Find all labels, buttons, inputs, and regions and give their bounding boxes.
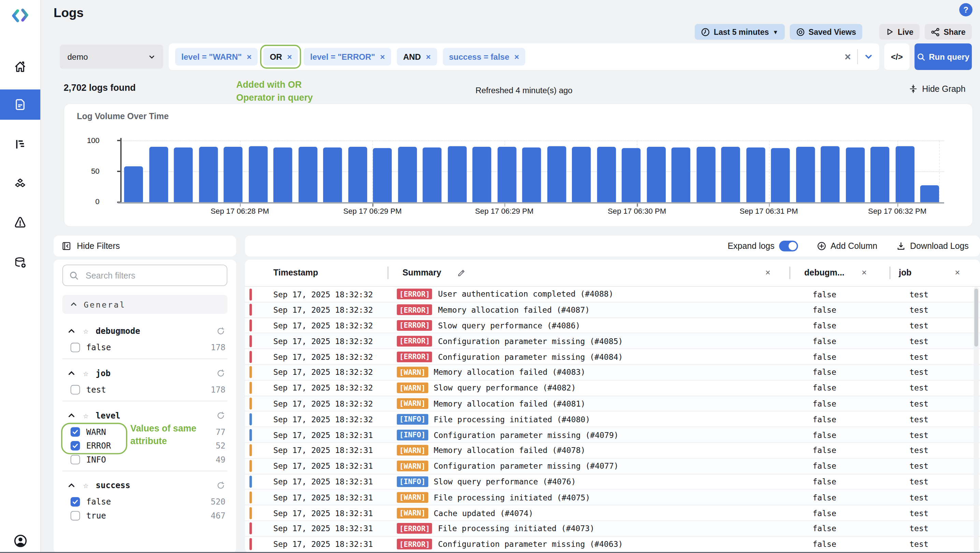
clear-query-icon[interactable]: ×	[845, 51, 851, 62]
saved-views-button[interactable]: Saved Views	[790, 24, 862, 40]
log-row-5[interactable]: Sep 17, 2025 18:32:32[WARN]Memory alloca…	[245, 365, 980, 381]
log-row-9[interactable]: Sep 17, 2025 18:32:31[INFO]Configuration…	[245, 427, 980, 443]
remove-chip-icon[interactable]: ×	[287, 52, 292, 61]
bar-10	[373, 148, 392, 202]
remove-debugmode-column-icon[interactable]: ×	[862, 267, 867, 277]
log-row-7[interactable]: Sep 17, 2025 18:32:32[WARN]Memory alloca…	[245, 396, 980, 412]
log-row-8[interactable]: Sep 17, 2025 18:32:32[INFO]File processi…	[245, 412, 980, 427]
log-row-1[interactable]: Sep 17, 2025 18:32:32[ERROR]Memory alloc…	[245, 303, 980, 318]
log-job-value: test	[888, 414, 951, 424]
filter-section-label: General	[84, 300, 126, 309]
remove-summary-column-icon[interactable]: ×	[765, 267, 770, 277]
query-chip-1[interactable]: OR×	[263, 48, 298, 65]
sidebar-item-services[interactable]	[0, 170, 40, 198]
bar-4	[223, 147, 242, 202]
refresh-icon[interactable]	[217, 481, 225, 489]
refresh-icon[interactable]	[217, 411, 225, 419]
column-header-timestamp[interactable]: Timestamp	[273, 268, 318, 277]
log-row-12[interactable]: Sep 17, 2025 18:32:31[INFO]Slow query pe…	[245, 474, 980, 490]
log-row-3[interactable]: Sep 17, 2025 18:32:32[ERROR]Configuratio…	[245, 333, 980, 349]
log-timestamp: Sep 17, 2025 18:32:32	[273, 368, 373, 377]
remove-chip-icon[interactable]: ×	[380, 52, 385, 61]
share-button[interactable]: Share	[925, 24, 972, 40]
sidebar-item-home[interactable]	[0, 53, 40, 81]
bar-16	[522, 147, 541, 202]
query-chip-4[interactable]: success = false×	[442, 48, 525, 65]
live-button[interactable]: Live	[879, 24, 920, 40]
log-level-badge: [WARN]	[397, 367, 428, 378]
log-level-badge: [WARN]	[397, 492, 428, 502]
log-row-10[interactable]: Sep 17, 2025 18:32:31[WARN]Memory alloca…	[245, 443, 980, 459]
hide-filters-button[interactable]: Hide Filters	[54, 236, 236, 257]
query-chip-0[interactable]: level = "WARN"×	[175, 48, 258, 65]
bar-17	[547, 146, 566, 202]
log-row-14[interactable]: Sep 17, 2025 18:32:31[WARN]Cache updated…	[245, 505, 980, 521]
source-select[interactable]: demo	[60, 45, 163, 69]
remove-chip-icon[interactable]: ×	[426, 52, 431, 61]
remove-chip-icon[interactable]: ×	[247, 52, 251, 61]
checkbox-INFO[interactable]	[71, 455, 80, 464]
collapse-caret-icon[interactable]	[68, 369, 76, 377]
add-column-button[interactable]: Add Column	[816, 241, 877, 251]
bar-24	[721, 147, 740, 202]
collapse-caret-icon[interactable]	[68, 481, 76, 489]
star-icon[interactable]: ☆	[83, 368, 89, 378]
collapse-caret-icon[interactable]	[68, 411, 76, 419]
hide-graph-button[interactable]: Hide Graph	[908, 84, 966, 94]
table-scrollbar-thumb[interactable]	[974, 288, 978, 346]
log-row-16[interactable]: Sep 17, 2025 18:32:31[ERROR]Configuratio…	[245, 537, 980, 552]
log-job-value: test	[888, 305, 951, 315]
bar-20	[622, 148, 641, 202]
collapse-caret-icon[interactable]	[68, 327, 76, 335]
checkbox-ERROR[interactable]	[71, 441, 80, 450]
checkbox-false[interactable]	[71, 343, 80, 352]
sidebar-item-traces[interactable]	[0, 131, 40, 158]
run-query-button[interactable]: Run query	[915, 43, 972, 70]
filter-value-success-false: false520	[54, 495, 236, 508]
log-row-15[interactable]: Sep 17, 2025 18:32:31[ERROR]File process…	[245, 521, 980, 537]
log-timestamp: Sep 17, 2025 18:32:32	[273, 352, 373, 362]
remove-job-column-icon[interactable]: ×	[955, 267, 960, 277]
log-row-11[interactable]: Sep 17, 2025 18:32:31[WARN]Configuration…	[245, 459, 980, 474]
app-logo-icon[interactable]	[10, 5, 31, 27]
log-row-6[interactable]: Sep 17, 2025 18:32:32[WARN]Slow query pe…	[245, 380, 980, 396]
filter-section-general[interactable]: General	[62, 295, 228, 314]
remove-chip-icon[interactable]: ×	[514, 52, 519, 61]
filter-search-box[interactable]	[62, 265, 228, 286]
column-header-job[interactable]: job	[899, 268, 912, 277]
account-button[interactable]	[0, 534, 40, 548]
log-debugmode-value: false	[793, 462, 856, 471]
checkbox-test[interactable]	[71, 385, 80, 394]
column-header-summary[interactable]: Summary	[402, 268, 441, 277]
expand-query-chevron-icon[interactable]	[864, 52, 873, 61]
query-chip-2[interactable]: level = "ERROR"×	[304, 48, 391, 65]
checkbox-true[interactable]	[71, 511, 80, 520]
log-row-0[interactable]: Sep 17, 2025 18:32:32[ERROR]User authent…	[245, 287, 980, 303]
sidebar-item-alerts[interactable]	[0, 209, 40, 236]
star-icon[interactable]: ☆	[83, 410, 89, 421]
query-builder-bar[interactable]: level = "WARN"×OR×level = "ERROR"×AND×su…	[169, 43, 879, 70]
edit-pencil-icon[interactable]	[457, 268, 465, 276]
filter-search-input[interactable]	[84, 270, 213, 280]
download-logs-button[interactable]: Download Logs	[896, 241, 969, 251]
refresh-icon[interactable]	[217, 327, 225, 335]
x-tick-label-4: Sep 17 06:31 PM	[740, 207, 798, 215]
time-range-button[interactable]: Last 5 minutes ▼	[695, 24, 784, 40]
expand-logs-toggle[interactable]	[779, 241, 798, 251]
help-button[interactable]: ?	[959, 3, 972, 16]
sidebar-item-logs[interactable]	[0, 89, 40, 120]
log-row-2[interactable]: Sep 17, 2025 18:32:32[ERROR]Slow query p…	[245, 318, 980, 333]
star-icon[interactable]: ☆	[83, 480, 89, 490]
code-view-button[interactable]: </>	[885, 43, 910, 70]
refresh-icon[interactable]	[217, 369, 225, 377]
column-header-debugmode[interactable]: debugm...	[804, 268, 845, 277]
log-row-13[interactable]: Sep 17, 2025 18:32:31[WARN]File processi…	[245, 490, 980, 505]
checkbox-false[interactable]	[71, 497, 80, 506]
checkbox-WARN[interactable]	[71, 427, 80, 437]
star-icon[interactable]: ☆	[83, 326, 89, 336]
filter-group-name: success	[96, 480, 130, 490]
sidebar-item-data-sources[interactable]	[0, 249, 40, 276]
log-row-4[interactable]: Sep 17, 2025 18:32:32[ERROR]Configuratio…	[245, 349, 980, 365]
logs-table-header: Timestamp Summary × debugm... × job ×	[245, 260, 980, 287]
query-chip-3[interactable]: AND×	[397, 48, 437, 65]
